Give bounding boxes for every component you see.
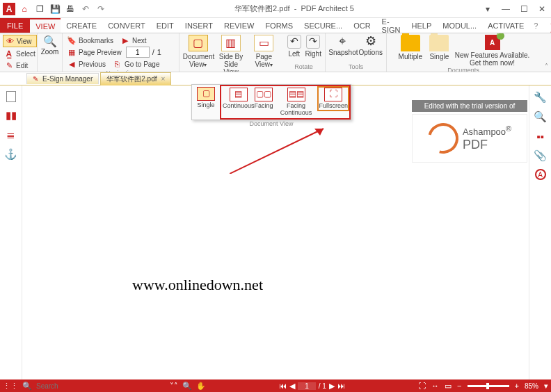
rotate-right-button[interactable]: ↷Right [305, 35, 323, 58]
popup-facing-cont-button[interactable]: ▤▤Facing Continuous [273, 88, 319, 117]
select-mode-button[interactable]: A̲Select [3, 48, 37, 59]
tools-search-icon[interactable]: 🔍 [534, 111, 547, 123]
maximize-button[interactable]: ☐ [515, 4, 533, 14]
status-prev-icon[interactable]: ◀ [289, 382, 295, 391]
tools-a-icon[interactable]: A [535, 169, 546, 180]
next-icon: ▶ [120, 35, 130, 45]
status-search-input[interactable] [36, 382, 134, 390]
popup-facing-button[interactable]: ▢▢Facing [255, 88, 273, 110]
popup-facing-cont-label: Facing Continuous [280, 102, 312, 116]
undo-icon[interactable]: ↶ [79, 3, 92, 15]
tab-create[interactable]: CREATE [61, 18, 102, 33]
select-icon: A̲ [4, 49, 14, 58]
tab-help[interactable]: HELP [406, 18, 437, 33]
popup-continuous-button[interactable]: ▤Continuous [223, 88, 255, 110]
close-tab-icon[interactable]: × [161, 75, 166, 83]
trial-logo: Ashampoo®PDF [412, 114, 527, 163]
sidebar-bookmark-icon[interactable]: ▮▮ [5, 109, 17, 122]
zoom-in-icon[interactable]: + [515, 382, 519, 390]
bookmarks-button[interactable]: 🔖Bookmarks [65, 35, 115, 46]
help-question-icon[interactable]: ? [529, 22, 542, 30]
print-icon[interactable]: 🖶 [64, 3, 77, 15]
group-documents: Multiple Single A🟢 New Features Availabl… [394, 33, 533, 72]
tab-forms[interactable]: FORMS [259, 18, 298, 33]
group-navigation: 🔖Bookmarks ▶Next ▦Page Preview / 1 ◀Prev… [63, 33, 179, 72]
snapshot-button[interactable]: ⌖Snapshot [328, 35, 356, 56]
facing-icon: ▢▢ [255, 88, 273, 101]
single-page-icon: ▢ [197, 87, 215, 101]
group-zoom-label [40, 70, 59, 72]
rotate-left-button[interactable]: ↶Left [285, 35, 303, 58]
redo-icon[interactable]: ↷ [95, 3, 107, 15]
zoom-slider[interactable] [468, 385, 509, 387]
tab-insert[interactable]: INSERT [179, 18, 218, 33]
sidebar-layers-icon[interactable]: ≣ [5, 129, 17, 141]
zoom-dropdown-icon[interactable]: ▾ [544, 382, 548, 391]
sidebar-anchor-icon[interactable]: ⚓ [5, 148, 17, 161]
status-fullscreen-icon[interactable]: ⛶ [418, 382, 426, 390]
ribbon-collapse-icon[interactable]: ˄ [545, 63, 548, 70]
zoom-out-icon[interactable]: − [457, 382, 461, 390]
tab-esign[interactable]: E-SIGN [376, 18, 406, 33]
status-dots-icon[interactable]: ⋮⋮ [3, 382, 18, 391]
tab-ocr[interactable]: OCR [348, 18, 376, 33]
title-bar: A ⌂ ❐ 💾 🖶 ↶ ↷ 华军软件图2.pdf - PDF Architect… [0, 0, 551, 18]
side-by-side-button[interactable]: ▥Side By Side View [216, 35, 246, 72]
status-fitpage-icon[interactable]: ▭ [445, 382, 452, 391]
goto-page-button[interactable]: ⎘Go to Page [111, 58, 161, 70]
status-fitwidth-icon[interactable]: ↔ [431, 382, 439, 390]
status-search-icon[interactable]: 🔍 [22, 382, 32, 391]
newf-line1: New Features Available. [455, 51, 530, 59]
next-button[interactable]: ▶Next [119, 35, 148, 46]
save-icon[interactable]: 💾 [49, 3, 61, 15]
doc-tab-esign[interactable]: ✎E-Sign Manager [26, 73, 99, 84]
popup-single-button[interactable]: ▢Single [192, 85, 220, 120]
status-page-tot: / 1 [319, 382, 326, 390]
edit-mode-button[interactable]: ✎Edit [3, 60, 37, 71]
popup-fullscreen-button[interactable]: ⛶Fullscreen [319, 88, 348, 110]
status-find-icon[interactable]: 🔍 [182, 382, 192, 391]
tab-secure[interactable]: SECURE... [298, 18, 348, 33]
tools-stamp-icon[interactable]: ▪▪ [534, 130, 547, 142]
goto-icon: ⎘ [113, 59, 122, 69]
options-button[interactable]: ⚙Options [358, 35, 383, 56]
doc-tab-esign-label: E-Sign Manager [42, 75, 93, 83]
home-icon[interactable]: ⌂ [18, 3, 31, 15]
recent-icon[interactable]: ❐ [33, 3, 46, 15]
file-tab[interactable]: FILE [0, 18, 30, 33]
page-preview-label: Page Preview [79, 49, 122, 56]
new-features-icon: A🟢 [485, 35, 500, 50]
page-preview-button[interactable]: ▦Page Preview [65, 47, 123, 58]
multiple-label: Multiple [399, 53, 422, 60]
sidebar-thumb-icon[interactable] [6, 91, 16, 102]
status-updown-icon[interactable]: ˅˄ [170, 382, 178, 391]
tab-activate[interactable]: ACTIVATE [482, 18, 529, 33]
tab-modules[interactable]: MODUL... [437, 18, 482, 33]
group-tools-label: Tools [328, 63, 383, 72]
new-features-button[interactable]: A🟢 New Features Available. Get them now! [454, 35, 530, 67]
tab-view[interactable]: VIEW [30, 18, 61, 33]
doc-tab-file[interactable]: 华军软件图2.pdf× [100, 72, 171, 85]
app-icon[interactable]: A [3, 3, 15, 15]
view-mode-button[interactable]: 👁View [3, 35, 37, 47]
status-last-icon[interactable]: ⏭ [337, 382, 345, 390]
page-input[interactable] [126, 47, 150, 58]
tools-attach-icon[interactable]: 📎 [534, 149, 547, 162]
zoom-button[interactable]: 🔍 Zoom [41, 35, 59, 56]
status-next-icon[interactable]: ▶ [329, 382, 335, 391]
status-hand-icon[interactable]: ✋ [196, 382, 206, 391]
multiple-docs-button[interactable]: Multiple [397, 35, 424, 60]
help-icon[interactable]: ▾ [479, 4, 497, 14]
status-first-icon[interactable]: ⏮ [279, 382, 287, 390]
tab-review[interactable]: REVIEW [218, 18, 259, 33]
tools-wrench-icon[interactable]: 🔧 [534, 91, 547, 104]
minimize-button[interactable]: ― [497, 4, 515, 14]
page-view-button[interactable]: ▭Page View▾ [248, 35, 279, 69]
single-doc-button[interactable]: Single [427, 35, 452, 60]
popup-single-label: Single [197, 101, 214, 108]
tab-edit[interactable]: EDIT [151, 18, 179, 33]
document-view-button[interactable]: ▢Document View▾ [183, 35, 214, 69]
previous-button[interactable]: ◀Previous [65, 58, 107, 70]
tab-convert[interactable]: CONVERT [102, 18, 151, 33]
doc-tab-file-label: 华军软件图2.pdf [106, 74, 157, 84]
